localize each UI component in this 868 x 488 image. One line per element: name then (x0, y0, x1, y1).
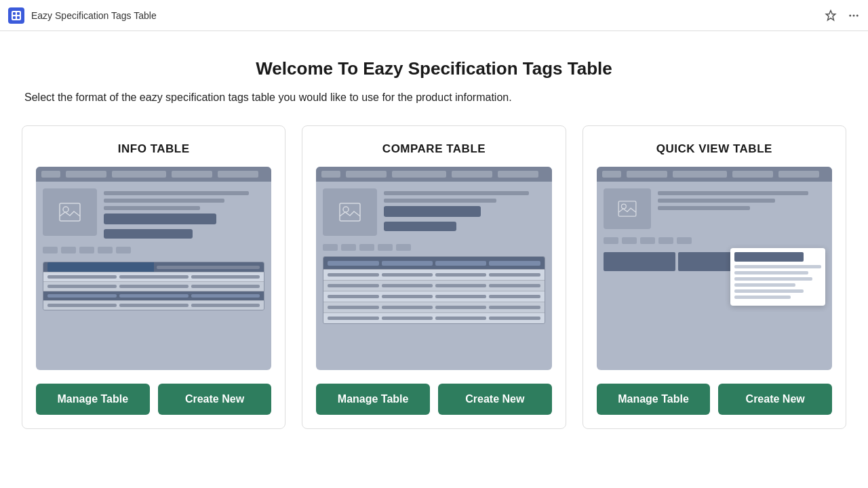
svg-rect-5 (340, 203, 360, 221)
svg-point-6 (343, 207, 349, 212)
page-title: Welcome To Eazy Specification Tags Table (22, 58, 846, 79)
quick-view-table-preview (597, 167, 832, 370)
quick-view-table-card: QUICK VIEW TABLE (583, 125, 846, 429)
compare-table-create-button[interactable]: Create New (438, 384, 552, 415)
main-content: Welcome To Eazy Specification Tags Table… (0, 31, 868, 488)
info-table-manage-button[interactable]: Manage Table (36, 384, 150, 415)
info-table-create-button[interactable]: Create New (158, 384, 272, 415)
info-table-buttons: Manage Table Create New (36, 384, 271, 415)
info-table-preview (36, 167, 271, 370)
compare-table-title: COMPARE TABLE (316, 142, 551, 156)
svg-point-4 (63, 207, 68, 212)
compare-table-card: COMPARE TABLE (302, 125, 566, 429)
topbar-actions (825, 9, 860, 22)
more-icon[interactable] (848, 9, 860, 22)
svg-point-2 (856, 14, 859, 16)
compare-table-buttons: Manage Table Create New (316, 384, 551, 415)
topbar: Eazy Specification Tags Table (0, 0, 868, 31)
svg-point-1 (853, 14, 855, 16)
svg-point-8 (621, 204, 626, 209)
pin-icon[interactable] (825, 9, 837, 22)
compare-table-preview (316, 167, 551, 370)
quick-view-table-manage-button[interactable]: Manage Table (597, 384, 711, 415)
quick-view-table-create-button[interactable]: Create New (718, 384, 832, 415)
svg-rect-3 (60, 203, 80, 221)
cards-container: INFO TABLE (22, 125, 846, 429)
svg-rect-7 (618, 201, 636, 216)
quick-view-table-title: QUICK VIEW TABLE (597, 142, 832, 156)
info-table-title: INFO TABLE (36, 142, 271, 156)
topbar-left: Eazy Specification Tags Table (8, 7, 157, 24)
compare-table-manage-button[interactable]: Manage Table (316, 384, 430, 415)
svg-point-0 (849, 14, 851, 16)
app-title: Eazy Specification Tags Table (31, 10, 157, 21)
info-table-card: INFO TABLE (22, 125, 285, 429)
quick-view-overlay (730, 248, 825, 306)
quick-view-table-buttons: Manage Table Create New (597, 384, 832, 415)
page-subtitle: Select the format of the eazy specificat… (22, 92, 846, 104)
app-icon (8, 7, 24, 24)
